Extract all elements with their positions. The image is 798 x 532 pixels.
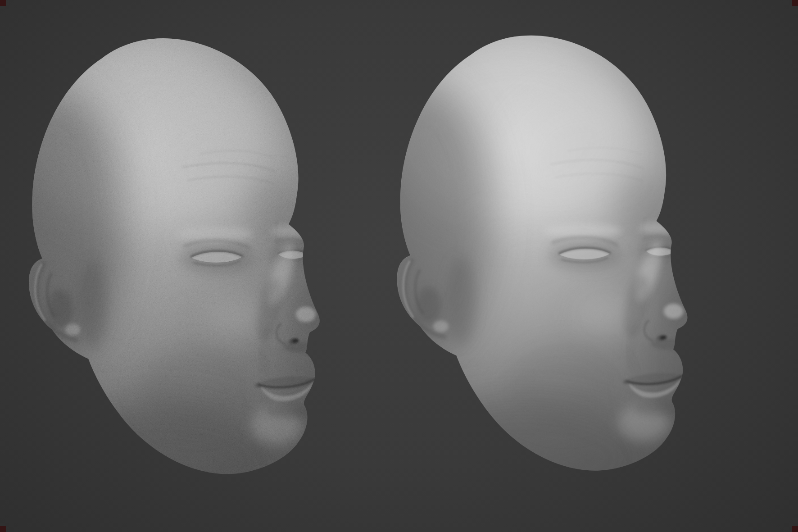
skin-texture-noise — [10, 33, 338, 490]
left-head-sculpt — [10, 26, 338, 497]
right-head-sculpt — [377, 31, 706, 487]
viewport — [0, 0, 798, 532]
sculpted-head-render — [377, 31, 706, 487]
corner-marker — [0, 526, 6, 532]
corner-marker — [0, 0, 6, 6]
corner-marker — [792, 0, 798, 6]
skin-texture-noise — [378, 31, 705, 487]
corner-marker — [792, 526, 798, 532]
sculpted-head-render — [10, 26, 338, 497]
